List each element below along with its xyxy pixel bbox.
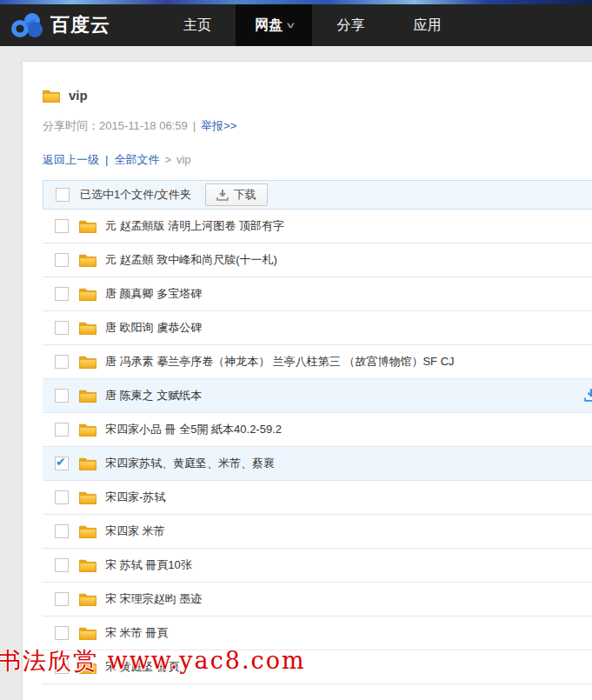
- file-name-link[interactable]: 宋 米芾 冊頁: [105, 625, 168, 641]
- file-name-link[interactable]: 宋四家 米芾: [105, 523, 165, 539]
- watermark: 书法欣赏 www.yac8.com: [0, 645, 306, 677]
- selected-count-text: 已选中1个文件/文件夹: [80, 187, 191, 203]
- file-row[interactable]: 唐 冯承素 摹兰亭序卷（神龙本） 兰亭八柱第三 （故宫博物馆）SF CJ: [43, 345, 592, 379]
- row-checkbox[interactable]: [55, 389, 69, 403]
- breadcrumb-all-files-link[interactable]: 全部文件: [114, 153, 159, 166]
- row-checkbox[interactable]: [55, 219, 69, 233]
- report-link[interactable]: 举报>>: [201, 119, 236, 132]
- folder-icon: [79, 626, 96, 640]
- folder-icon: [79, 423, 96, 437]
- row-checkbox[interactable]: [55, 592, 69, 606]
- file-name-link[interactable]: 宋四家-苏轼: [105, 490, 165, 505]
- breadcrumb: 返回上一级|全部文件>vip: [43, 152, 592, 168]
- nav-item-netdisk[interactable]: 网盘 ˅: [236, 4, 312, 46]
- folder-icon: [79, 558, 96, 572]
- row-checkbox[interactable]: [55, 355, 69, 369]
- file-name-link[interactable]: 宋四家苏轼、黄庭坚、米芾、蔡襄: [105, 456, 275, 471]
- folder-icon: [79, 592, 96, 606]
- download-button[interactable]: 下载: [205, 183, 268, 206]
- breadcrumb-back-link[interactable]: 返回上一级: [43, 153, 99, 166]
- file-name-link[interactable]: 宋四家小品 冊 全5開 紙本40.2-59.2: [105, 422, 282, 437]
- nav-items: 主页 网盘 ˅ 分享 应用: [159, 4, 465, 46]
- row-checkbox[interactable]: [55, 524, 69, 538]
- file-list: 元 赵孟頫版 清明上河图卷 顶部有字 元 赵孟頫 致中峰和尚尺牍(十一札) 唐 …: [43, 210, 592, 684]
- share-time-label: 分享时间：: [43, 119, 99, 132]
- chevron-down-icon: ˅: [287, 20, 295, 30]
- nav-item-share[interactable]: 分享: [312, 4, 389, 46]
- page-title: vip: [69, 88, 88, 103]
- download-icon: [216, 189, 229, 201]
- file-row[interactable]: 唐 欧阳询 虞恭公碑: [43, 311, 592, 345]
- row-checkbox[interactable]: [55, 287, 69, 301]
- row-checkbox[interactable]: [55, 626, 69, 640]
- folder-icon: [79, 490, 96, 504]
- folder-icon: [79, 355, 96, 369]
- file-row[interactable]: 宋四家 米芾: [43, 515, 592, 549]
- share-info: 分享时间：2015-11-18 06:59|举报>>: [43, 118, 592, 134]
- folder-icon: [79, 287, 96, 301]
- file-name-link[interactable]: 唐 陈柬之 文赋纸本: [105, 388, 202, 403]
- row-checkbox[interactable]: [55, 423, 69, 437]
- file-name-link[interactable]: 宋 苏轼 冊頁10张: [105, 557, 192, 573]
- folder-icon: [79, 524, 96, 538]
- file-row[interactable]: 宋 苏轼 冊頁10张: [43, 549, 592, 583]
- file-name-link[interactable]: 元 赵孟頫 致中峰和尚尺牍(十一札): [105, 252, 277, 268]
- selection-toolbar: 已选中1个文件/文件夹 下载: [43, 180, 592, 210]
- folder-icon: [79, 389, 96, 403]
- folder-icon: [79, 253, 96, 267]
- nav-item-home[interactable]: 主页: [159, 4, 236, 46]
- row-checkbox[interactable]: [55, 457, 69, 470]
- file-row[interactable]: 元 赵孟頫 致中峰和尚尺牍(十一札): [43, 243, 592, 277]
- folder-icon: [43, 89, 60, 103]
- row-checkbox[interactable]: [55, 321, 69, 335]
- row-checkbox[interactable]: [55, 490, 69, 504]
- folder-icon: [79, 219, 96, 233]
- file-row[interactable]: 唐 陈柬之 文赋纸本: [43, 379, 592, 413]
- file-row[interactable]: 宋四家苏轼、黄庭坚、米芾、蔡襄: [43, 447, 592, 481]
- folder-title-row: vip: [43, 88, 592, 103]
- file-name-link[interactable]: 唐 冯承素 摹兰亭序卷（神龙本） 兰亭八柱第三 （故宫博物馆）SF CJ: [105, 354, 455, 370]
- file-name-link[interactable]: 宋 宋理宗赵昀 墨迹: [105, 591, 202, 607]
- file-row[interactable]: 宋四家-苏轼: [43, 481, 592, 515]
- row-checkbox[interactable]: [55, 558, 69, 572]
- breadcrumb-current: vip: [176, 153, 191, 166]
- folder-icon: [79, 457, 96, 470]
- brand[interactable]: 百度云: [0, 4, 123, 46]
- share-time-value: 2015-11-18 06:59: [99, 119, 188, 132]
- file-row[interactable]: 元 赵孟頫版 清明上河图卷 顶部有字: [43, 210, 592, 243]
- file-row[interactable]: 唐 颜真卿 多宝塔碑: [43, 277, 592, 311]
- file-name-link[interactable]: 唐 欧阳询 虞恭公碑: [105, 320, 202, 336]
- top-navbar: 百度云 主页 网盘 ˅ 分享 应用: [0, 4, 592, 46]
- file-row[interactable]: 宋四家小品 冊 全5開 紙本40.2-59.2: [43, 413, 592, 447]
- file-name-link[interactable]: 元 赵孟頫版 清明上河图卷 顶部有字: [105, 218, 284, 234]
- file-row[interactable]: 宋 宋理宗赵昀 墨迹: [43, 583, 592, 617]
- folder-icon: [79, 321, 96, 335]
- baidu-cloud-logo-icon: [10, 11, 43, 39]
- brand-name: 百度云: [50, 12, 110, 38]
- nav-item-apps[interactable]: 应用: [389, 4, 465, 46]
- row-download-icon[interactable]: [584, 388, 592, 405]
- row-checkbox[interactable]: [55, 253, 69, 267]
- content-panel: vip 分享时间：2015-11-18 06:59|举报>> 返回上一级|全部文…: [22, 61, 592, 700]
- select-all-checkbox[interactable]: [56, 188, 70, 202]
- file-name-link[interactable]: 唐 颜真卿 多宝塔碑: [105, 286, 202, 302]
